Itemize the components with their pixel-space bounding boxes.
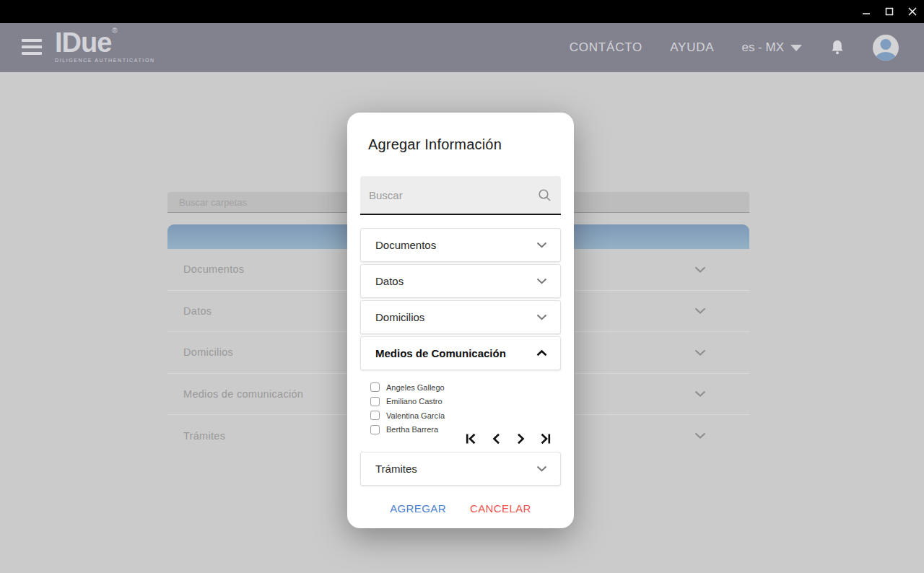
agregar-button[interactable]: AGREGAR [390,502,446,515]
app-header: IDue® DILIGENCE AUTHENTICATION CONTÁCTO … [0,23,924,72]
checkbox[interactable] [370,411,380,420]
last-page-icon [540,433,551,445]
section-domicilios[interactable]: Domicilios [360,300,561,334]
chevron-down-icon [694,432,706,439]
previous-page-button[interactable] [488,430,504,447]
chevron-left-icon [492,433,500,445]
dialog-search-input[interactable] [360,176,538,214]
checklist-item[interactable]: Valentina García [370,408,445,423]
chevron-down-icon [536,465,547,472]
first-page-button[interactable] [463,430,479,447]
chevron-down-icon [694,390,706,397]
chevron-down-icon [536,242,547,248]
chevron-down-icon [790,45,802,51]
checklist-item[interactable]: Angeles Gallego [370,380,445,395]
avatar[interactable] [873,35,899,61]
checklist-item[interactable]: Emiliano Castro [370,395,445,409]
notifications-button[interactable] [829,39,845,56]
add-information-dialog: Agregar Información Documentos Datos Dom… [347,113,574,528]
language-label: es - MX [741,40,784,55]
last-page-button[interactable] [537,430,553,447]
contact-checklist: Angeles Gallego Emiliano Castro Valentin… [370,380,445,437]
hamburger-icon [22,39,42,42]
cancelar-button[interactable]: CANCELAR [470,502,531,515]
nav-contact[interactable]: CONTÁCTO [570,40,642,55]
registered-mark: ® [112,27,117,35]
checkbox[interactable] [370,382,380,392]
dialog-actions: AGREGAR CANCELAR [347,502,574,515]
maximize-button[interactable] [878,0,901,23]
search-icon [538,188,552,202]
section-documentos[interactable]: Documentos [360,228,561,262]
chevron-down-icon [694,307,706,314]
header-nav: CONTÁCTO AYUDA es - MX [570,23,899,72]
chevron-up-icon [536,350,547,357]
accordion-sections: Documentos Datos Domicilios Medios de Co… [360,228,561,372]
dialog-search-field[interactable] [360,176,561,215]
close-icon [908,7,917,16]
close-button[interactable] [901,0,924,23]
os-titlebar [0,0,924,23]
nav-help[interactable]: AYUDA [670,40,714,55]
section-datos[interactable]: Datos [360,264,561,298]
chevron-down-icon [536,314,547,320]
logo-subtitle: DILIGENCE AUTHENTICATION [55,58,155,63]
checkbox[interactable] [370,397,380,406]
menu-button[interactable] [22,38,42,56]
chevron-down-icon [536,278,547,284]
dialog-title: Agregar Información [368,136,502,153]
language-selector[interactable]: es - MX [741,40,802,55]
logo-text: IDue [55,27,111,58]
section-medios-de-comunicacion[interactable]: Medios de Comunicación [360,336,561,370]
next-page-button[interactable] [513,430,528,447]
app-window: IDue® DILIGENCE AUTHENTICATION CONTÁCTO … [0,0,924,573]
pagination [347,430,574,447]
first-page-icon [466,433,476,445]
bell-icon [829,39,845,56]
minimize-button[interactable] [855,0,878,23]
app-logo: IDue® DILIGENCE AUTHENTICATION [55,27,155,63]
minimize-icon [862,7,871,16]
chevron-down-icon [694,266,706,273]
section-tramites[interactable]: Trámites [360,452,561,486]
maximize-icon [885,7,894,16]
chevron-right-icon [517,433,525,445]
chevron-down-icon [694,349,706,356]
avatar-person-icon [881,39,892,50]
